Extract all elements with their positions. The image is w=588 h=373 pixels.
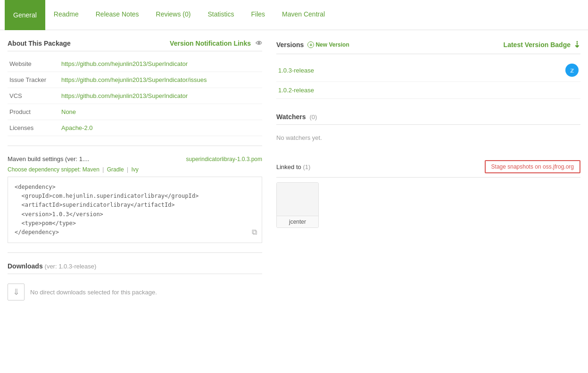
watchers-count: (0) (310, 114, 317, 121)
table-row-issue-tracker: Issue Tracker https://github.com/hejunli… (8, 72, 262, 88)
latest-version-badge-link[interactable]: Latest Version Badge (504, 41, 571, 49)
table-row-vcs: VCS https://github.com/hejunlin2013/Supe… (8, 88, 262, 104)
table-row-website: Website https://github.com/hejunlin2013/… (8, 56, 262, 72)
left-panel: About This Package Version Notification … (8, 40, 262, 305)
code-block: <dependency> <groupId>com.hejunlin.super… (8, 177, 262, 243)
maven-option[interactable]: Maven (83, 166, 99, 173)
table-row-product: Product None (8, 104, 262, 120)
licenses-link[interactable]: Apache-2.0 (61, 124, 93, 131)
new-version-label: New Version (315, 41, 349, 48)
version-item-1[interactable]: 1.0.3-release 𝕫 (276, 59, 580, 82)
eye-icon[interactable]: 👁 (256, 40, 262, 47)
field-label-product: Product (8, 104, 59, 120)
version-item-2[interactable]: 1.0.2-release (276, 82, 580, 99)
nav-files[interactable]: Files (242, 0, 273, 30)
vcs-link[interactable]: https://github.com/hejunlin2013/SuperInd… (61, 92, 188, 99)
linked-title: Linked to (276, 163, 301, 170)
ivy-option[interactable]: Ivy (131, 166, 138, 173)
jcenter-card-label: jcenter (277, 216, 318, 227)
linked-header: Linked to (1) Stage snapshots on oss.jfr… (276, 160, 580, 178)
snippet-label: Choose dependency snippet: (8, 166, 81, 173)
field-label-issue-tracker: Issue Tracker (8, 72, 59, 88)
maven-pom-link[interactable]: superindicatorlibray-1.0.3.pom (186, 156, 262, 162)
downloads-title: Downloads (8, 262, 43, 270)
version-2-link[interactable]: 1.0.2-release (278, 87, 314, 94)
watchers-section: Watchers (0) No watchers yet. (276, 113, 580, 146)
dependency-selector: Choose dependency snippet: Maven | Gradl… (8, 166, 262, 173)
versions-section-header: Versions + New Version Latest Version Ba… (276, 40, 580, 54)
code-content: <dependency> <groupId>com.hejunlin.super… (15, 183, 255, 237)
jcenter-card-image (277, 183, 319, 216)
downloads-header: Downloads (ver: 1.0.3-release) (8, 262, 262, 274)
nav-general[interactable]: General (5, 0, 45, 30)
nav-maven-central[interactable]: Maven Central (273, 0, 333, 30)
versions-title: Versions (276, 41, 304, 49)
copy-icon[interactable]: ⧉ (252, 227, 257, 239)
about-title: About This Package (8, 40, 71, 47)
jcenter-card[interactable]: jcenter (276, 182, 319, 228)
new-version-link[interactable]: + New Version (307, 41, 349, 48)
no-downloads-text: No direct downloads selected for this pa… (30, 289, 157, 296)
downloads-version: (ver: 1.0.3-release) (45, 263, 97, 270)
linked-title-group: Linked to (1) (276, 163, 310, 170)
version-notification-link[interactable]: Version Notification Links (170, 40, 251, 47)
right-panel: Versions + New Version Latest Version Ba… (276, 40, 580, 305)
watchers-header: Watchers (0) (276, 113, 580, 125)
no-watchers-text: No watchers yet. (276, 130, 580, 146)
versions-title-actions: Latest Version Badge ⇣ (504, 40, 580, 50)
download-icon-box: ⇓ (8, 284, 25, 300)
field-label-vcs: VCS (8, 88, 59, 104)
badge-download-icon[interactable]: ⇣ (573, 40, 580, 50)
website-link[interactable]: https://github.com/hejunlin2013/SuperInd… (61, 60, 188, 67)
stage-snapshots-button[interactable]: Stage snapshots on oss.jfrog.org (485, 160, 580, 173)
about-title-actions: Version Notification Links 👁 (170, 40, 262, 47)
twitter-icon: 𝕫 (565, 64, 579, 77)
nav-readme[interactable]: Readme (45, 0, 87, 30)
product-value: None (59, 104, 262, 120)
divider-2 (8, 252, 262, 253)
new-version-circle-icon: + (307, 41, 314, 48)
linked-count: (1) (303, 163, 310, 170)
nav-reviews[interactable]: Reviews (0) (148, 0, 199, 30)
field-label-website: Website (8, 56, 59, 72)
table-row-licenses: Licenses Apache-2.0 (8, 120, 262, 136)
maven-header: Maven build settings (ver: 1.... superin… (8, 155, 262, 162)
divider-1 (8, 146, 262, 146)
maven-title: Maven build settings (ver: 1.... (8, 155, 89, 162)
main-content: About This Package Version Notification … (0, 30, 588, 315)
about-info-table: Website https://github.com/hejunlin2013/… (8, 56, 262, 136)
nav-release-notes[interactable]: Release Notes (87, 0, 148, 30)
download-arrow-icon: ⇓ (13, 287, 20, 297)
about-section-header: About This Package Version Notification … (8, 40, 262, 51)
gradle-option[interactable]: Gradle (107, 166, 124, 173)
version-1-link[interactable]: 1.0.3-release (278, 67, 314, 74)
watchers-title: Watchers (276, 113, 306, 121)
no-downloads-row: ⇓ No direct downloads selected for this … (8, 279, 262, 305)
field-label-licenses: Licenses (8, 120, 59, 136)
nav-statistics[interactable]: Statistics (199, 0, 242, 30)
linked-section: Linked to (1) Stage snapshots on oss.jfr… (276, 160, 580, 228)
top-nav: General Readme Release Notes Reviews (0)… (0, 0, 588, 30)
issue-tracker-link[interactable]: https://github.com/hejunlin2013/SuperInd… (61, 76, 207, 83)
